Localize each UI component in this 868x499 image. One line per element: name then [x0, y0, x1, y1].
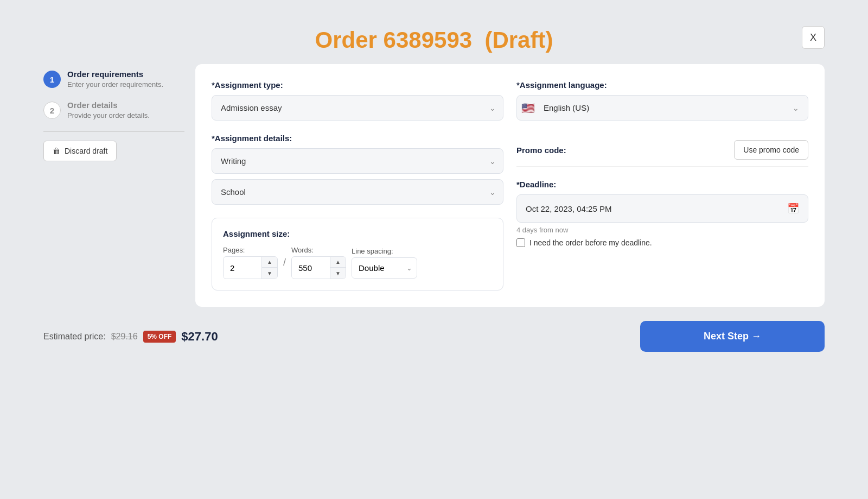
step-2-item: 2 Order details Provide your order detai…: [43, 100, 184, 121]
deadline-checkbox-row: I need the order before my deadline.: [516, 238, 808, 247]
pages-increment-button[interactable]: ▲: [262, 257, 277, 268]
step-2-desc: Provide your order details.: [67, 111, 150, 121]
step-1-desc: Enter your order requirements.: [67, 80, 163, 90]
discount-badge: 5% OFF: [143, 331, 176, 343]
line-spacing-label: Line spacing:: [352, 247, 417, 255]
step-2-title: Order details: [67, 100, 150, 110]
line-spacing-chevron-icon: ⌄: [406, 264, 412, 272]
words-input[interactable]: [292, 258, 330, 278]
details-selects: Writing Editing Proofreading ⌄ School Co…: [212, 148, 503, 205]
trash-icon: 🗑: [53, 147, 60, 155]
language-select[interactable]: English (US) English (UK) French German: [539, 97, 793, 119]
language-select-wrap: 🇺🇸 English (US) English (UK) French Germ…: [516, 95, 808, 121]
use-promo-code-button[interactable]: Use promo code: [734, 140, 808, 160]
deadline-value: Oct 22, 2023, 04:25 PM: [526, 204, 611, 213]
page-header: Order 6389593 (Draft) X: [43, 11, 825, 64]
discard-draft-button[interactable]: 🗑 Discard draft: [43, 141, 117, 161]
final-price: $27.70: [181, 330, 218, 344]
pages-label: Pages:: [223, 246, 278, 254]
page-wrapper: Order 6389593 (Draft) X 1 Order requirem…: [43, 11, 825, 488]
assignment-details-select2[interactable]: School College University Master's PhD: [212, 179, 503, 205]
promo-code-row: Promo code: Use promo code: [516, 134, 808, 167]
close-button[interactable]: X: [802, 26, 825, 49]
deadline-label: *Deadline:: [516, 180, 808, 189]
assignment-type-group: *Assignment type: Admission essay Essay …: [212, 80, 503, 121]
assignment-details-label: *Assignment details:: [212, 134, 503, 143]
assignment-type-label: *Assignment type:: [212, 80, 503, 90]
content-area: *Assignment type: Admission essay Essay …: [195, 64, 825, 307]
page-title: Order 6389593 (Draft): [43, 27, 825, 53]
assignment-language-group: *Assignment language: 🇺🇸 English (US) En…: [516, 80, 808, 121]
language-chevron-icon: ⌄: [793, 104, 799, 112]
promo-label: Promo code:: [516, 146, 566, 155]
assignment-size-title: Assignment size:: [223, 229, 492, 238]
right-column: *Assignment language: 🇺🇸 English (US) En…: [516, 80, 808, 290]
step-2-circle: 2: [43, 102, 61, 119]
step-1-title: Order requirements: [67, 70, 163, 79]
line-spacing-select-wrap: Double Single ⌄: [352, 257, 417, 279]
words-label: Words:: [291, 246, 346, 254]
flag-icon: 🇺🇸: [521, 102, 535, 115]
discard-label: Discard draft: [65, 147, 107, 155]
words-increment-button[interactable]: ▲: [330, 257, 346, 268]
deadline-section: *Deadline: Oct 22, 2023, 04:25 PM 📅 4 da…: [516, 180, 808, 247]
line-spacing-group: Line spacing: Double Single ⌄: [352, 247, 417, 279]
assignment-type-select-wrap: Admission essay Essay Research paper The…: [212, 95, 503, 121]
estimated-price-label: Estimated price:: [43, 332, 106, 342]
words-decrement-button[interactable]: ▼: [330, 268, 346, 279]
original-price: $29.16: [111, 332, 138, 342]
words-stepper: ▲ ▼: [330, 257, 346, 279]
line-spacing-select[interactable]: Double Single: [352, 258, 406, 278]
pages-stepper: ▲ ▼: [261, 257, 277, 279]
step-2-text: Order details Provide your order details…: [67, 100, 150, 121]
pages-decrement-button[interactable]: ▼: [262, 268, 277, 279]
assignment-details-select2-wrap: School College University Master's PhD ⌄: [212, 179, 503, 205]
next-step-button[interactable]: Next Step →: [640, 321, 825, 352]
before-deadline-label: I need the order before my deadline.: [529, 238, 652, 247]
pages-input-wrap: ▲ ▼: [223, 256, 278, 279]
assignment-details-group: *Assignment details: Writing Editing Pro…: [212, 134, 503, 205]
assignment-language-label: *Assignment language:: [516, 80, 808, 90]
step-1-item: 1 Order requirements Enter your order re…: [43, 70, 184, 90]
sidebar-divider: [43, 131, 184, 132]
step-1-circle: 1: [43, 71, 61, 88]
before-deadline-checkbox[interactable]: [516, 238, 525, 247]
assignment-size-section: Assignment size: Pages: ▲ ▼: [212, 218, 503, 290]
size-controls: Pages: ▲ ▼ / Words:: [223, 246, 492, 279]
assignment-details-select1[interactable]: Writing Editing Proofreading: [212, 148, 503, 174]
sidebar: 1 Order requirements Enter your order re…: [43, 64, 195, 307]
step-1-text: Order requirements Enter your order requ…: [67, 70, 163, 90]
words-input-wrap: ▲ ▼: [291, 256, 346, 279]
calendar-icon: 📅: [787, 203, 799, 214]
draft-label: (Draft): [484, 27, 553, 53]
pages-input[interactable]: [224, 258, 261, 278]
next-step-label: Next Step →: [704, 331, 761, 342]
pages-group: Pages: ▲ ▼: [223, 246, 278, 279]
left-column: *Assignment type: Admission essay Essay …: [212, 80, 503, 290]
assignment-type-select[interactable]: Admission essay Essay Research paper The…: [212, 95, 503, 121]
deadline-note: 4 days from now: [516, 226, 808, 234]
assignment-details-select1-wrap: Writing Editing Proofreading ⌄: [212, 148, 503, 174]
deadline-input-wrap[interactable]: Oct 22, 2023, 04:25 PM 📅: [516, 194, 808, 223]
price-info: Estimated price: $29.16 5% OFF $27.70: [43, 330, 218, 344]
main-layout: 1 Order requirements Enter your order re…: [43, 64, 825, 307]
slash-separator: /: [283, 257, 286, 268]
footer-area: Estimated price: $29.16 5% OFF $27.70 Ne…: [43, 312, 825, 352]
words-group: Words: ▲ ▼: [291, 246, 346, 279]
order-number: Order 6389593: [315, 27, 473, 53]
